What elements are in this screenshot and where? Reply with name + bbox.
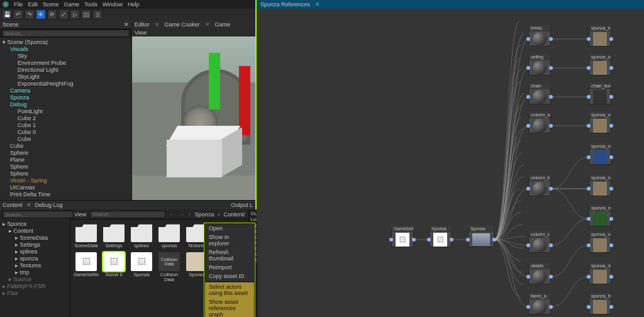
nav-back-icon[interactable]: ← (169, 211, 175, 218)
graph-node[interactable]: ceiling (528, 54, 551, 75)
viewport-view-menu[interactable]: View (135, 30, 147, 36)
graph-node[interactable]: column_c (528, 231, 551, 253)
tab-editor[interactable]: Editor (135, 21, 150, 28)
context-menu-item[interactable]: Copy asset ID (205, 272, 254, 281)
graph-node[interactable]: details (528, 263, 551, 284)
graph-node[interactable]: sponza_column_c_diff (589, 231, 611, 253)
editor-panel-tabs[interactable]: Editor ✕ Game Cooker ✕ Game (132, 20, 255, 29)
nav-fwd-icon[interactable]: → (179, 211, 184, 218)
graph-node[interactable]: sponza_ceiling_a_diff (589, 54, 611, 75)
move-tool[interactable]: ✥ (36, 9, 46, 19)
tab-content[interactable]: Content (3, 202, 23, 208)
menu-edit[interactable]: Edit (28, 1, 38, 8)
nav-up-icon[interactable]: ↑ (188, 211, 191, 218)
graph-node[interactable]: column_a (528, 112, 551, 133)
context-menu-item[interactable]: Open (205, 224, 254, 233)
graph-node[interactable]: sponza_curtain_blue_diff (589, 143, 611, 165)
step-button[interactable]: ▯ (92, 9, 103, 19)
graph-node[interactable]: Sponza (468, 226, 494, 247)
scene-tree[interactable]: ▾ Scene (Sponza)VisualsSkyEnvironment Pr… (0, 38, 131, 200)
close-icon[interactable]: ✕ (26, 202, 31, 208)
graph-node[interactable]: Sponza (429, 226, 452, 247)
tree-node[interactable]: Sphere (0, 170, 131, 177)
graph-node[interactable]: chain_texture (589, 83, 611, 104)
tree-node[interactable]: Sponza (0, 94, 131, 101)
tree-node[interactable]: Cube 0 (0, 129, 131, 136)
menu-scene[interactable]: Scene (43, 1, 59, 8)
graph-node[interactable]: GameSettings (391, 226, 414, 247)
content-search-input[interactable] (90, 211, 165, 218)
graph-node[interactable]: sponza_column_b_diff (589, 175, 611, 196)
content-folder-tree[interactable]: ▸ Sponza▸ Content▸ SceneData▸ Settings▸ … (0, 220, 70, 317)
folder-node[interactable]: ▸ Content (0, 228, 70, 235)
pause-button[interactable]: ▯▯ (81, 9, 91, 19)
redo-button[interactable]: ↷ (25, 9, 35, 19)
folder-node[interactable]: ▸ tmp (0, 269, 70, 276)
graph-node[interactable]: sponza_bricks_a_diff (589, 25, 611, 47)
asset-item[interactable]: splines (130, 223, 153, 248)
graph-node[interactable]: sponza_curtain_green_diff (589, 205, 611, 226)
graph-node[interactable]: sponza_column_a_diff (589, 112, 611, 133)
output-log-label[interactable]: Output L (231, 202, 253, 208)
asset-item[interactable]: Scene 0 (102, 252, 126, 282)
folder-node[interactable]: ▸ Flax (0, 290, 70, 297)
folder-node[interactable]: ▸ sponza (0, 255, 70, 262)
tree-node[interactable]: Cube 2 (0, 115, 131, 122)
graph-node[interactable]: sponza_fabric_diff (589, 293, 611, 314)
view-toggle[interactable]: View (74, 211, 86, 218)
menu-game[interactable]: Game (64, 1, 80, 8)
close-icon[interactable]: ✕ (315, 1, 320, 8)
tree-node[interactable]: Plane (0, 157, 131, 164)
tree-node[interactable]: ExponentialHeightFog (0, 81, 131, 87)
play-button[interactable]: ▷ (70, 9, 80, 19)
graph-node[interactable]: column_b (528, 175, 551, 196)
folder-node[interactable]: ▸ splines (0, 248, 70, 255)
folder-node[interactable]: ▸ Source (0, 276, 70, 283)
tree-node[interactable]: Print Delta Time (0, 191, 131, 198)
tree-node[interactable]: Environment Probe (0, 60, 131, 67)
asset-context-menu[interactable]: OpenShow in explorerRefresh thumbnailRei… (204, 223, 255, 317)
context-menu-item[interactable]: Show asset references graph (205, 298, 254, 317)
asset-item[interactable]: Settings (102, 223, 126, 248)
tab-game-cooker[interactable]: Game Cooker (165, 21, 200, 28)
breadcrumb-folder[interactable]: Content/ (223, 211, 245, 218)
graph-node[interactable]: sponza_details_diff (589, 263, 611, 284)
tab-game[interactable]: Game (215, 21, 231, 28)
tree-node[interactable]: Cube (0, 136, 131, 143)
scene-search-input[interactable] (2, 30, 130, 37)
tree-node[interactable]: Debug (0, 101, 131, 108)
context-menu-item[interactable]: Reimport (205, 263, 254, 272)
close-icon[interactable]: ✕ (124, 21, 129, 28)
save-button[interactable]: 💾 (2, 9, 12, 19)
graph-node[interactable]: bricks (528, 25, 551, 47)
tree-node[interactable]: ▾ Scene (Sponza) (0, 39, 131, 46)
references-graph-pane[interactable]: Sponza References ✕ GameSettingsSponzaSp… (257, 0, 644, 317)
content-tree-search[interactable] (3, 211, 74, 218)
menu-tools[interactable]: Tools (84, 1, 97, 8)
editor-viewport[interactable] (132, 36, 255, 200)
asset-item[interactable]: Sponza (130, 252, 153, 282)
tree-node[interactable]: Sphere (0, 164, 131, 170)
menu-window[interactable]: Window (103, 1, 123, 8)
tree-node[interactable]: Visuals (0, 46, 131, 53)
tab-debug-log[interactable]: Debug Log (35, 202, 63, 208)
undo-button[interactable]: ↶ (13, 9, 23, 19)
tree-node[interactable]: Sphere (0, 150, 131, 157)
folder-node[interactable]: ▸ Sponza (0, 221, 70, 228)
folder-node[interactable]: ▸ Settings (0, 242, 70, 248)
menu-file[interactable]: File (14, 1, 23, 8)
asset-item[interactable]: sponza (157, 223, 181, 248)
asset-item[interactable]: GameSettings (74, 252, 98, 282)
scale-tool[interactable]: ⤢ (58, 9, 69, 19)
folder-node[interactable]: ▸ Textures (0, 262, 70, 269)
rotate-tool[interactable]: ⟳ (47, 9, 57, 19)
tree-node[interactable]: Sky (0, 53, 131, 60)
folder-node[interactable]: ▸ FidelityFX-FSR (0, 283, 70, 290)
asset-item[interactable]: Collision DataCollision Data (157, 252, 181, 282)
tree-node[interactable]: PointLight (0, 108, 131, 115)
tree-node[interactable]: Cube 1 (0, 122, 131, 129)
tree-node[interactable]: SkyLight (0, 74, 131, 81)
asset-item[interactable]: SceneData (74, 223, 98, 248)
tree-node[interactable]: Camera (0, 87, 131, 94)
tree-node[interactable]: UICanvas (0, 184, 131, 191)
